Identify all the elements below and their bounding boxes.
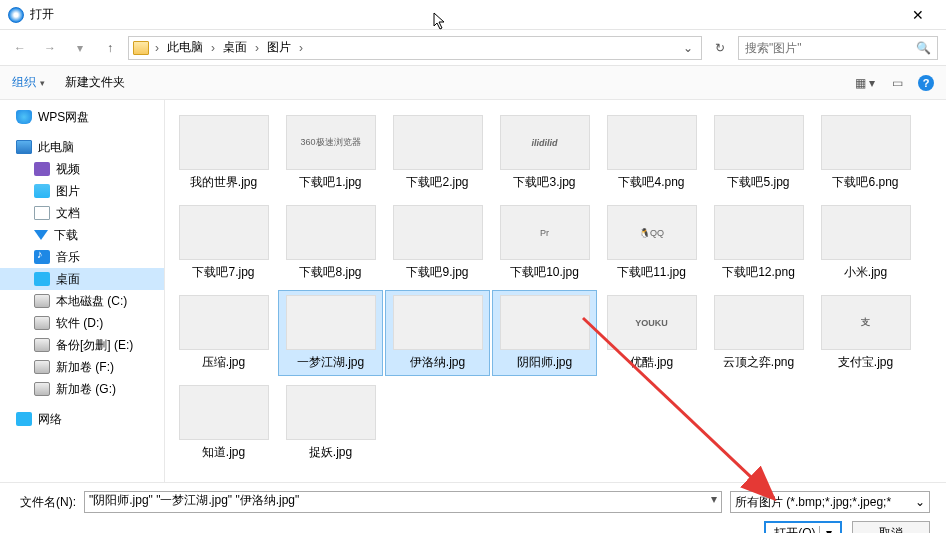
file-item[interactable]: Pr下载吧10.jpg	[492, 200, 597, 286]
search-box[interactable]: 🔍	[738, 36, 938, 60]
crumb-2[interactable]: 图片	[265, 39, 293, 56]
file-item[interactable]: 下载吧5.jpg	[706, 110, 811, 196]
file-item[interactable]: 伊洛纳.jpg	[385, 290, 490, 376]
sidebar-item-label: 视频	[56, 161, 80, 178]
file-item[interactable]: 支支付宝.jpg	[813, 290, 918, 376]
sidebar-item-label: 软件 (D:)	[56, 315, 103, 332]
file-item[interactable]: 🐧QQ下载吧11.jpg	[599, 200, 704, 286]
path-dropdown[interactable]: ⌄	[679, 41, 697, 55]
thumbnail: 360极速浏览器	[286, 115, 376, 170]
file-item[interactable]: 360极速浏览器下载吧1.jpg	[278, 110, 383, 196]
filename-field[interactable]: "阴阳师.jpg" "一梦江湖.jpg" "伊洛纳.jpg"	[84, 491, 722, 513]
view-icons-button[interactable]: ▦ ▾	[854, 74, 876, 92]
file-item[interactable]: 捉妖.jpg	[278, 380, 383, 466]
thumbnail	[179, 295, 269, 350]
file-item[interactable]: YOUKU优酷.jpg	[599, 290, 704, 376]
close-button[interactable]: ✕	[898, 7, 938, 23]
sidebar-item-4[interactable]: 文档	[0, 202, 164, 224]
recent-dropdown[interactable]: ▾	[68, 36, 92, 60]
file-item[interactable]: 下载吧9.jpg	[385, 200, 490, 286]
breadcrumb[interactable]: › 此电脑 › 桌面 › 图片 › ⌄	[128, 36, 702, 60]
back-button[interactable]: ←	[8, 36, 32, 60]
crumb-0[interactable]: 此电脑	[165, 39, 205, 56]
file-item[interactable]: 一梦江湖.jpg	[278, 290, 383, 376]
file-item[interactable]: ilidilid下载吧3.jpg	[492, 110, 597, 196]
sidebar-item-13[interactable]: 网络	[0, 408, 164, 430]
organize-menu[interactable]: 组织	[12, 74, 45, 91]
preview-pane-button[interactable]: ▭	[886, 74, 908, 92]
split-chevron-icon[interactable]: ▾	[819, 526, 832, 533]
ico-net	[16, 412, 32, 426]
sidebar-item-12[interactable]: 新加卷 (G:)	[0, 378, 164, 400]
sidebar-item-label: 新加卷 (F:)	[56, 359, 114, 376]
file-item[interactable]: 下载吧4.png	[599, 110, 704, 196]
file-item[interactable]: 阴阳师.jpg	[492, 290, 597, 376]
file-pane[interactable]: 我的世界.jpg360极速浏览器下载吧1.jpg下载吧2.jpgilidilid…	[165, 100, 946, 482]
sidebar: WPS网盘此电脑视频图片文档下载音乐桌面本地磁盘 (C:)软件 (D:)备份[勿…	[0, 100, 165, 482]
window-title: 打开	[30, 6, 54, 23]
filter-dropdown[interactable]: 所有图片 (*.bmp;*.jpg;*.jpeg;*⌄	[730, 491, 930, 513]
sidebar-item-11[interactable]: 新加卷 (F:)	[0, 356, 164, 378]
chevron-right-icon: ›	[207, 41, 219, 55]
ico-music	[34, 250, 50, 264]
file-label: 捉妖.jpg	[309, 444, 352, 461]
up-button[interactable]: ↑	[98, 36, 122, 60]
thumbnail: ilidilid	[500, 115, 590, 170]
file-item[interactable]: 我的世界.jpg	[171, 110, 276, 196]
help-button[interactable]: ?	[918, 75, 934, 91]
sidebar-item-2[interactable]: 视频	[0, 158, 164, 180]
new-folder-button[interactable]: 新建文件夹	[65, 74, 125, 91]
file-item[interactable]: 下载吧8.jpg	[278, 200, 383, 286]
file-item[interactable]: 下载吧2.jpg	[385, 110, 490, 196]
thumbnail	[179, 115, 269, 170]
file-item[interactable]: 压缩.jpg	[171, 290, 276, 376]
titlebar: 打开 ✕	[0, 0, 946, 30]
search-icon[interactable]: 🔍	[910, 41, 931, 55]
thumbnail	[179, 385, 269, 440]
file-label: 下载吧2.jpg	[406, 174, 468, 191]
sidebar-item-label: 文档	[56, 205, 80, 222]
chevron-down-icon: ⌄	[915, 495, 925, 509]
sidebar-item-10[interactable]: 备份[勿删] (E:)	[0, 334, 164, 356]
sidebar-item-label: 新加卷 (G:)	[56, 381, 116, 398]
sidebar-item-5[interactable]: 下载	[0, 224, 164, 246]
crumb-1[interactable]: 桌面	[221, 39, 249, 56]
ico-wps	[16, 110, 32, 124]
thumbnail: 🐧QQ	[607, 205, 697, 260]
file-label: 下载吧4.png	[618, 174, 684, 191]
sidebar-item-6[interactable]: 音乐	[0, 246, 164, 268]
sidebar-item-label: 音乐	[56, 249, 80, 266]
file-item[interactable]: 云顶之弈.png	[706, 290, 811, 376]
folder-icon	[133, 41, 149, 55]
ico-pc	[16, 140, 32, 154]
sidebar-item-1[interactable]: 此电脑	[0, 136, 164, 158]
file-item[interactable]: 下载吧6.png	[813, 110, 918, 196]
chevron-right-icon: ›	[151, 41, 163, 55]
sidebar-item-3[interactable]: 图片	[0, 180, 164, 202]
file-item[interactable]: 下载吧7.jpg	[171, 200, 276, 286]
thumbnail	[393, 115, 483, 170]
nav-bar: ← → ▾ ↑ › 此电脑 › 桌面 › 图片 › ⌄ ↻ 🔍	[0, 30, 946, 66]
file-label: 下载吧12.png	[722, 264, 795, 281]
footer: 文件名(N): "阴阳师.jpg" "一梦江湖.jpg" "伊洛纳.jpg" 所…	[0, 482, 946, 533]
open-button[interactable]: 打开(O) ▾	[764, 521, 842, 533]
thumbnail: Pr	[500, 205, 590, 260]
thumbnail	[286, 205, 376, 260]
sidebar-item-label: WPS网盘	[38, 109, 89, 126]
sidebar-item-label: 网络	[38, 411, 62, 428]
file-item[interactable]: 小米.jpg	[813, 200, 918, 286]
chevron-right-icon: ›	[295, 41, 307, 55]
sidebar-item-7[interactable]: 桌面	[0, 268, 164, 290]
file-label: 小米.jpg	[844, 264, 887, 281]
file-label: 下载吧7.jpg	[192, 264, 254, 281]
forward-button[interactable]: →	[38, 36, 62, 60]
sidebar-item-9[interactable]: 软件 (D:)	[0, 312, 164, 334]
sidebar-item-8[interactable]: 本地磁盘 (C:)	[0, 290, 164, 312]
cancel-button[interactable]: 取消	[852, 521, 930, 533]
file-item[interactable]: 知道.jpg	[171, 380, 276, 466]
search-input[interactable]	[745, 41, 910, 55]
refresh-button[interactable]: ↻	[708, 41, 732, 55]
sidebar-item-0[interactable]: WPS网盘	[0, 106, 164, 128]
file-item[interactable]: 下载吧12.png	[706, 200, 811, 286]
file-label: 云顶之弈.png	[723, 354, 794, 371]
